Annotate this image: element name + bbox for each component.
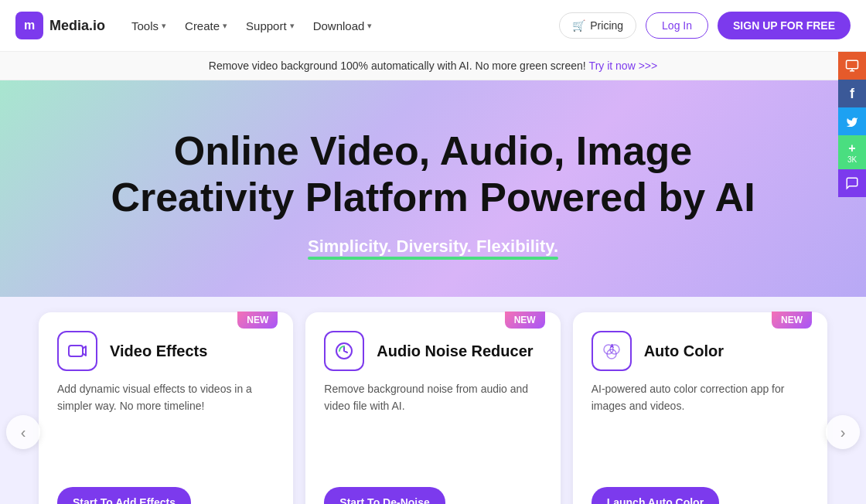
hero-title: Online Video, Audio, Image Creativity Pl… <box>85 128 781 221</box>
card-video-effects: NEW Video Effects Add dynamic visual eff… <box>39 312 293 504</box>
svg-text:A: A <box>610 343 614 349</box>
cards-section: ‹ NEW Video Effects Add dynamic visual e… <box>0 297 866 504</box>
svg-rect-6 <box>847 60 858 69</box>
cards-wrapper: NEW Video Effects Add dynamic visual eff… <box>0 297 866 504</box>
monitor-button[interactable] <box>838 52 866 80</box>
svg-rect-0 <box>69 346 83 356</box>
chevron-down-icon: ▾ <box>162 21 166 31</box>
chevron-down-icon: ▾ <box>223 21 227 31</box>
next-arrow-button[interactable]: › <box>826 415 860 449</box>
share-count-button[interactable]: + 3K <box>838 135 866 169</box>
logo-text: Media.io <box>49 18 105 34</box>
banner-text: Remove video background 100% automatical… <box>209 60 586 72</box>
card-title: Video Effects <box>110 342 207 360</box>
audio-noise-button[interactable]: Start To De-Noise <box>324 487 445 504</box>
hero-section: Online Video, Audio, Image Creativity Pl… <box>0 80 866 297</box>
nav-download[interactable]: Download ▾ <box>305 13 380 39</box>
card-icon-row: Audio Noise Reducer <box>324 331 541 371</box>
chat-button[interactable] <box>838 169 866 197</box>
card-description: Add dynamic visual effects to videos in … <box>57 380 274 472</box>
card-auto-color: NEW A Auto Color AI-powered auto color c… <box>573 312 827 504</box>
hero-subtitle: Simplicity. Diversity. Flexibility. <box>308 237 558 257</box>
facebook-button[interactable]: f <box>838 80 866 107</box>
twitter-button[interactable] <box>838 107 866 135</box>
video-effects-icon <box>57 331 97 371</box>
logo-icon: m <box>15 12 43 39</box>
chevron-down-icon: ▾ <box>290 21 295 31</box>
pricing-button[interactable]: 🛒 Pricing <box>559 12 636 39</box>
social-sidebar: f + 3K <box>838 52 866 197</box>
banner: Remove video background 100% automatical… <box>0 52 866 80</box>
nav-tools[interactable]: Tools ▾ <box>124 13 174 39</box>
nav-actions: 🛒 Pricing Log In SIGN UP FOR FREE <box>559 12 851 39</box>
prev-arrow-button[interactable]: ‹ <box>6 415 40 449</box>
navbar: m Media.io Tools ▾ Create ▾ Support ▾ Do… <box>0 0 866 52</box>
nav-create[interactable]: Create ▾ <box>177 13 235 39</box>
auto-color-button[interactable]: Launch Auto Color <box>592 487 719 504</box>
login-button[interactable]: Log In <box>646 12 708 39</box>
card-title: Auto Color <box>644 342 724 360</box>
video-effects-button[interactable]: Start To Add Effects <box>57 487 191 504</box>
chevron-down-icon: ▾ <box>367 21 372 31</box>
nav-items: Tools ▾ Create ▾ Support ▾ Download ▾ <box>124 13 559 39</box>
new-badge: NEW <box>237 312 278 329</box>
audio-noise-icon <box>324 331 364 371</box>
card-title: Audio Noise Reducer <box>377 342 533 360</box>
new-badge: NEW <box>772 312 812 329</box>
banner-link[interactable]: Try it now >>> <box>589 60 658 72</box>
new-badge: NEW <box>505 312 545 329</box>
auto-color-icon: A <box>592 331 632 371</box>
card-icon-row: A Auto Color <box>592 331 809 371</box>
card-description: AI-powered auto color correction app for… <box>592 380 809 472</box>
card-description: Remove background noise from audio and v… <box>324 380 541 472</box>
card-audio-noise: NEW Audio Noise Reducer Remove backgroun… <box>305 312 560 504</box>
card-icon-row: Video Effects <box>57 331 274 371</box>
logo-area[interactable]: m Media.io <box>15 12 105 39</box>
cart-icon: 🛒 <box>572 19 585 32</box>
signup-button[interactable]: SIGN UP FOR FREE <box>718 12 851 39</box>
nav-support[interactable]: Support ▾ <box>238 13 302 39</box>
